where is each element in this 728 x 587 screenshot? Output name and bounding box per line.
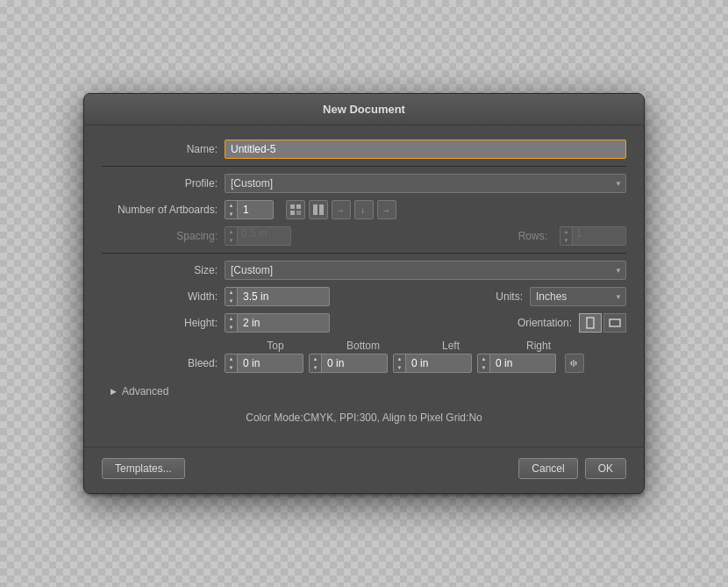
name-label: Name: <box>102 143 225 155</box>
templates-button[interactable]: Templates... <box>102 458 185 479</box>
artboards-down[interactable]: ▼ <box>225 210 237 218</box>
separator-2 <box>102 253 626 254</box>
spacing-spinner: ▲ ▼ 0.5 in <box>225 226 291 246</box>
dialog-footer: Templates... Cancel OK <box>84 447 644 493</box>
bleed-left-header: Left <box>407 340 495 352</box>
bleed-bottom-up[interactable]: ▲ <box>310 354 321 363</box>
bleed-top-spinner[interactable]: ▲ ▼ 0 in <box>225 354 303 373</box>
grid-by-col-icon[interactable] <box>309 200 328 219</box>
orientation-label: Orientation: <box>509 317 579 329</box>
units-label: Units: <box>477 290 530 303</box>
profile-label: Profile: <box>102 177 225 190</box>
name-row: Name: <box>102 140 626 159</box>
width-label: Width: <box>102 290 225 303</box>
bleed-link-btn[interactable] <box>565 354 584 373</box>
artboards-up[interactable]: ▲ <box>225 201 237 210</box>
units-dropdown[interactable]: Inches Pixels Millimeters Centimeters Po… <box>530 287 626 306</box>
width-units-row: Width: ▲ ▼ 3.5 in Units: Inches Pixels M… <box>102 287 626 306</box>
size-dropdown-wrapper: [Custom] Letter Legal A4 <box>225 261 626 280</box>
svg-text:↓: ↓ <box>360 205 365 215</box>
height-up[interactable]: ▲ <box>225 314 237 323</box>
info-bar: Color Mode:CMYK, PPI:300, Align to Pixel… <box>102 403 626 433</box>
bleed-left-arrows[interactable]: ▲ ▼ <box>394 354 406 372</box>
bleed-top-header: Top <box>232 340 319 352</box>
arrange-right-icon[interactable]: → <box>332 200 351 219</box>
title-bar: New Document <box>84 94 644 125</box>
profile-dropdown[interactable]: [Custom] Print Web <box>225 174 626 193</box>
size-row: Size: [Custom] Letter Legal A4 <box>102 261 626 280</box>
spacing-value: 0.5 in <box>238 227 290 245</box>
bleed-left-down[interactable]: ▼ <box>394 363 405 372</box>
footer-right-buttons: Cancel OK <box>518 458 626 479</box>
arrange-down-icon[interactable]: ↓ <box>354 200 374 219</box>
height-down[interactable]: ▼ <box>225 323 237 332</box>
height-label: Height: <box>102 317 225 329</box>
size-label: Size: <box>102 264 225 276</box>
bleed-top-down[interactable]: ▼ <box>225 363 237 372</box>
spacing-label: Spacing: <box>102 230 225 242</box>
size-dropdown[interactable]: [Custom] Letter Legal A4 <box>225 261 626 280</box>
height-spinner[interactable]: ▲ ▼ 2 in <box>225 313 330 333</box>
bleed-headers: Top Bottom Left Right <box>102 340 626 352</box>
bleed-right-up[interactable]: ▲ <box>478 354 489 363</box>
height-orientation-row: Height: ▲ ▼ 2 in Orientation: <box>102 313 626 333</box>
orientation-buttons <box>579 313 626 333</box>
bleed-left-up[interactable]: ▲ <box>394 354 405 363</box>
bleed-right-value: 0 in <box>490 357 525 369</box>
artboards-arrows[interactable]: ▲ ▼ <box>225 201 238 218</box>
spacing-up: ▲ <box>225 227 237 236</box>
bleed-left-spinner[interactable]: ▲ ▼ 0 in <box>393 354 472 373</box>
landscape-btn[interactable] <box>603 313 626 333</box>
svg-rect-5 <box>319 204 324 215</box>
name-input[interactable] <box>225 140 626 159</box>
bleed-label: Bleed: <box>102 357 225 369</box>
advanced-triangle-icon: ▶ <box>111 387 117 396</box>
ok-button[interactable]: OK <box>585 458 626 479</box>
bleed-bottom-header: Bottom <box>319 340 407 352</box>
rows-arrows: ▲ ▼ <box>560 227 573 245</box>
bleed-bottom-down[interactable]: ▼ <box>310 363 321 372</box>
artboards-section: ▲ ▼ 1 <box>225 200 396 219</box>
svg-rect-9 <box>587 318 594 328</box>
bleed-bottom-arrows[interactable]: ▲ ▼ <box>310 354 322 372</box>
height-value: 2 in <box>238 317 273 329</box>
portrait-btn[interactable] <box>579 313 602 333</box>
bleed-right-arrows[interactable]: ▲ ▼ <box>478 354 490 372</box>
artboards-label: Number of Artboards: <box>102 204 225 216</box>
rows-label: Rows: <box>502 230 554 242</box>
width-value: 3.5 in <box>238 290 274 303</box>
spacing-down: ▼ <box>225 236 237 245</box>
bleed-bottom-spinner[interactable]: ▲ ▼ 0 in <box>309 354 388 373</box>
arrange-right-2-icon[interactable]: → <box>377 200 396 219</box>
dialog-title: New Document <box>323 103 405 116</box>
rows-down: ▼ <box>560 236 572 245</box>
height-arrows[interactable]: ▲ ▼ <box>225 314 238 332</box>
bleed-top-arrows[interactable]: ▲ ▼ <box>225 354 238 372</box>
spacing-rows-row: Spacing: ▲ ▼ 0.5 in Rows: ▲ ▼ 1 <box>102 226 626 246</box>
width-spinner[interactable]: ▲ ▼ 3.5 in <box>225 287 330 306</box>
width-arrows[interactable]: ▲ ▼ <box>225 288 238 305</box>
svg-rect-3 <box>296 211 301 215</box>
bleed-right-header: Right <box>495 340 582 352</box>
info-text: Color Mode:CMYK, PPI:300, Align to Pixel… <box>246 412 482 424</box>
bleed-right-down[interactable]: ▼ <box>478 363 489 372</box>
svg-rect-1 <box>296 204 301 209</box>
width-down[interactable]: ▼ <box>225 297 237 305</box>
svg-rect-2 <box>290 211 295 215</box>
bleed-fields: ▲ ▼ 0 in ▲ ▼ 0 in ▲ <box>225 354 584 373</box>
grid-by-row-icon[interactable] <box>286 200 305 219</box>
bleed-top-up[interactable]: ▲ <box>225 354 237 363</box>
artboards-spinner[interactable]: ▲ ▼ 1 <box>225 200 274 219</box>
bleed-left-value: 0 in <box>406 357 441 369</box>
width-up[interactable]: ▲ <box>225 288 237 297</box>
artboards-value: 1 <box>238 204 273 216</box>
advanced-section[interactable]: ▶ Advanced <box>102 380 626 403</box>
bleed-right-spinner[interactable]: ▲ ▼ 0 in <box>477 354 556 373</box>
artboards-row: Number of Artboards: ▲ ▼ 1 <box>102 200 626 219</box>
svg-rect-0 <box>290 204 295 209</box>
artboard-layout-icons: → ↓ → <box>286 200 396 219</box>
profile-row: Profile: [Custom] Print Web <box>102 174 626 193</box>
svg-text:→: → <box>336 205 345 215</box>
cancel-button[interactable]: Cancel <box>518 458 577 479</box>
new-document-dialog: New Document Name: Profile: [Custom] Pri… <box>83 93 645 494</box>
